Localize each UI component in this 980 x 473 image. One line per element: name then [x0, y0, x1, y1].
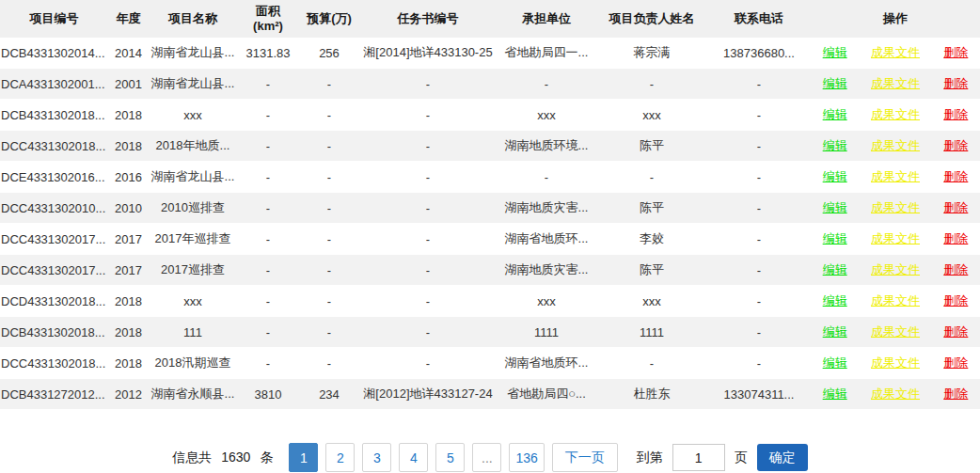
confirm-button[interactable]: 确定 [757, 444, 808, 471]
edit-link[interactable]: 编辑 [823, 199, 847, 216]
edit-link[interactable]: 编辑 [823, 168, 847, 185]
cell-project-id: DCE4331302016... [0, 162, 108, 193]
cell-budget: 234 [299, 379, 359, 410]
cell-project-id: DCC4331302018... [0, 348, 108, 379]
table-header-row: 项目编号 年度 项目名称 面积 (km²) 预算(万) 任务书编号 承担单位 项… [0, 0, 980, 38]
cell-unit: - [497, 162, 596, 193]
cell-area: - [237, 131, 299, 162]
cell-task-doc-no: - [359, 317, 497, 348]
result-file-link[interactable]: 成果文件 [871, 137, 920, 154]
edit-link[interactable]: 编辑 [823, 261, 847, 278]
goto-suffix-label: 页 [735, 449, 748, 466]
cell-budget: - [299, 193, 359, 224]
delete-link[interactable]: 删除 [943, 230, 968, 247]
cell-task-doc-no: - [359, 224, 497, 255]
cell-unit: 省地勘局四○... [497, 379, 596, 410]
goto-page-input[interactable] [672, 444, 725, 471]
page-button-4[interactable]: 4 [399, 443, 428, 472]
table-row: DCC4331302018... 2018 2018年地质... - - - 湖… [0, 131, 980, 162]
delete-link[interactable]: 删除 [943, 261, 968, 278]
result-file-link[interactable]: 成果文件 [871, 230, 920, 247]
cell-leader-name: - [596, 162, 707, 193]
cell-phone: - [707, 286, 811, 317]
cell-year: 2014 [108, 38, 149, 69]
cell-operations: 编辑 成果文件 删除 [811, 193, 980, 224]
delete-link[interactable]: 删除 [943, 168, 968, 185]
page-ellipsis-button[interactable]: ... [472, 443, 501, 472]
page-button-3[interactable]: 3 [362, 443, 391, 472]
result-file-link[interactable]: 成果文件 [871, 75, 920, 92]
result-file-link[interactable]: 成果文件 [871, 323, 920, 340]
cell-phone: - [707, 69, 811, 100]
delete-link[interactable]: 删除 [943, 106, 968, 123]
cell-phone: - [707, 193, 811, 224]
edit-link[interactable]: 编辑 [823, 230, 847, 247]
page-button-1[interactable]: 1 [289, 443, 318, 472]
cell-area: - [237, 348, 299, 379]
cell-operations: 编辑 成果文件 删除 [811, 224, 980, 255]
edit-link[interactable]: 编辑 [823, 386, 847, 402]
cell-budget: - [299, 69, 359, 100]
delete-link[interactable]: 删除 [943, 44, 968, 61]
cell-year: 2012 [108, 379, 149, 410]
result-file-link[interactable]: 成果文件 [871, 355, 920, 371]
edit-link[interactable]: 编辑 [823, 106, 847, 123]
delete-link[interactable]: 删除 [943, 292, 968, 309]
cell-leader-name: 李姣 [596, 224, 707, 255]
delete-link[interactable]: 删除 [943, 323, 968, 340]
total-count: 1630 [221, 449, 250, 465]
table-row: DCB4331302018... 2018 xxx - - - xxx xxx … [0, 100, 980, 131]
edit-link[interactable]: 编辑 [823, 137, 847, 154]
cell-task-doc-no: - [359, 255, 497, 286]
col-header-unit: 承担单位 [497, 0, 596, 38]
cell-phone: - [707, 131, 811, 162]
info-suffix: 条 [260, 449, 273, 465]
cell-budget: - [299, 162, 359, 193]
edit-link[interactable]: 编辑 [823, 355, 847, 371]
delete-link[interactable]: 删除 [943, 75, 968, 92]
cell-operations: 编辑 成果文件 删除 [811, 317, 980, 348]
cell-leader-name: 陈平 [596, 193, 707, 224]
delete-link[interactable]: 删除 [943, 386, 968, 402]
delete-link[interactable]: 删除 [943, 137, 968, 154]
page-button-2[interactable]: 2 [325, 443, 355, 472]
cell-year: 2018 [108, 100, 149, 131]
table-row: DCC4331302017... 2017 2017年巡排查 - - - 湖南省… [0, 224, 980, 255]
cell-budget: - [299, 317, 359, 348]
edit-link[interactable]: 编辑 [823, 292, 847, 309]
next-page-button[interactable]: 下一页 [552, 443, 618, 472]
goto-prefix-label: 到第 [637, 449, 663, 466]
cell-operations: 编辑 成果文件 删除 [811, 286, 980, 317]
cell-unit: 湖南地质灾害... [497, 193, 596, 224]
result-file-link[interactable]: 成果文件 [871, 386, 920, 402]
result-file-link[interactable]: 成果文件 [871, 261, 920, 278]
cell-unit: 1111 [497, 317, 596, 348]
table-row: DCC4331302017... 2017 2017巡排查 - - - 湖南地质… [0, 255, 980, 286]
result-file-link[interactable]: 成果文件 [871, 106, 920, 123]
result-file-link[interactable]: 成果文件 [871, 292, 920, 309]
table-row: DCC4331302010... 2010 2010巡排查 - - - 湖南地质… [0, 193, 980, 224]
cell-project-name: 湖南省龙山县... [149, 162, 237, 193]
col-header-year: 年度 [108, 0, 149, 38]
cell-task-doc-no: - [359, 69, 497, 100]
edit-link[interactable]: 编辑 [823, 323, 847, 340]
edit-link[interactable]: 编辑 [823, 44, 847, 61]
cell-area: - [237, 193, 299, 224]
cell-area: - [237, 286, 299, 317]
cell-operations: 编辑 成果文件 删除 [811, 379, 980, 410]
cell-leader-name: - [596, 69, 707, 100]
delete-link[interactable]: 删除 [943, 355, 968, 371]
cell-budget: - [299, 100, 359, 131]
page-button-136[interactable]: 136 [509, 443, 544, 472]
delete-link[interactable]: 删除 [943, 199, 968, 216]
cell-year: 2017 [108, 224, 149, 255]
cell-project-name: 湖南省龙山县... [149, 69, 237, 100]
cell-area: - [237, 224, 299, 255]
cell-leader-name: 陈平 [596, 131, 707, 162]
page-button-5[interactable]: 5 [435, 443, 465, 472]
result-file-link[interactable]: 成果文件 [871, 168, 920, 185]
result-file-link[interactable]: 成果文件 [871, 44, 920, 61]
cell-unit: 湖南省地质环... [497, 224, 596, 255]
result-file-link[interactable]: 成果文件 [871, 199, 920, 216]
edit-link[interactable]: 编辑 [823, 75, 847, 92]
